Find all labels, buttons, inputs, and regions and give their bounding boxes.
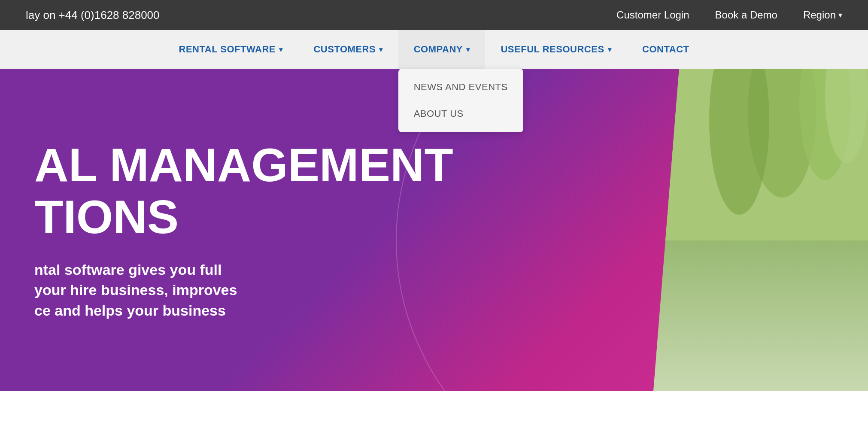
hero-title: AL MANAGEMENT TIONS	[34, 139, 453, 243]
hero-title-line1: AL MANAGEMENT	[34, 139, 453, 191]
dropdown-arrow-company: ▾	[466, 46, 470, 54]
nav-label-rental-software: RENTAL SOFTWARE	[179, 44, 276, 55]
top-bar-right: Customer Login Book a Demo Region ▾	[616, 9, 842, 21]
hero-image-inner	[653, 69, 868, 391]
region-label: Region	[803, 9, 836, 21]
nav-item-company[interactable]: COMPANY ▾ News and Events About Us	[398, 30, 486, 69]
customer-login-link[interactable]: Customer Login	[616, 9, 689, 21]
hero-subtitle-line3: ce and helps your business	[34, 301, 335, 321]
region-button[interactable]: Region ▾	[803, 9, 842, 21]
nav-label-customers: CUSTOMERS	[313, 44, 376, 55]
nav-item-rental-software[interactable]: RENTAL SOFTWARE ▾	[164, 30, 298, 69]
hero-image-area	[653, 69, 868, 391]
nav-item-contact[interactable]: CONTACT	[627, 30, 704, 69]
hero-content: AL MANAGEMENT TIONS ntal software gives …	[0, 104, 488, 356]
nav-label-company: COMPANY	[414, 44, 463, 55]
hero-title-line2: TIONS	[34, 191, 453, 243]
company-dropdown-menu: News and Events About Us	[398, 69, 523, 132]
top-bar: lay on +44 (0)1628 828000 Customer Login…	[0, 0, 868, 30]
hero-subtitle: ntal software gives you full your hire b…	[34, 260, 335, 321]
dropdown-item-about-us[interactable]: About Us	[398, 100, 523, 127]
nav-item-customers[interactable]: CUSTOMERS ▾	[298, 30, 398, 69]
hero-subtitle-line2: your hire business, improves	[34, 280, 335, 301]
nav-items: RENTAL SOFTWARE ▾ CUSTOMERS ▾ COMPANY ▾ …	[164, 30, 705, 69]
hero-subtitle-line1: ntal software gives you full	[34, 260, 335, 280]
nav-label-contact: CONTACT	[642, 44, 689, 55]
phone-text: lay on +44 (0)1628 828000	[26, 9, 160, 22]
book-demo-link[interactable]: Book a Demo	[715, 9, 777, 21]
dropdown-arrow-customers: ▾	[379, 46, 383, 54]
nav-label-useful-resources: USEFUL RESOURCES	[501, 44, 604, 55]
nav-bar: RENTAL SOFTWARE ▾ CUSTOMERS ▾ COMPANY ▾ …	[0, 30, 868, 69]
region-arrow-icon: ▾	[838, 10, 842, 20]
dropdown-arrow-useful-resources: ▾	[608, 46, 612, 54]
dropdown-item-news-events[interactable]: News and Events	[398, 74, 523, 100]
nav-item-useful-resources[interactable]: USEFUL RESOURCES ▾	[485, 30, 627, 69]
dropdown-arrow-rental-software: ▾	[279, 46, 283, 54]
